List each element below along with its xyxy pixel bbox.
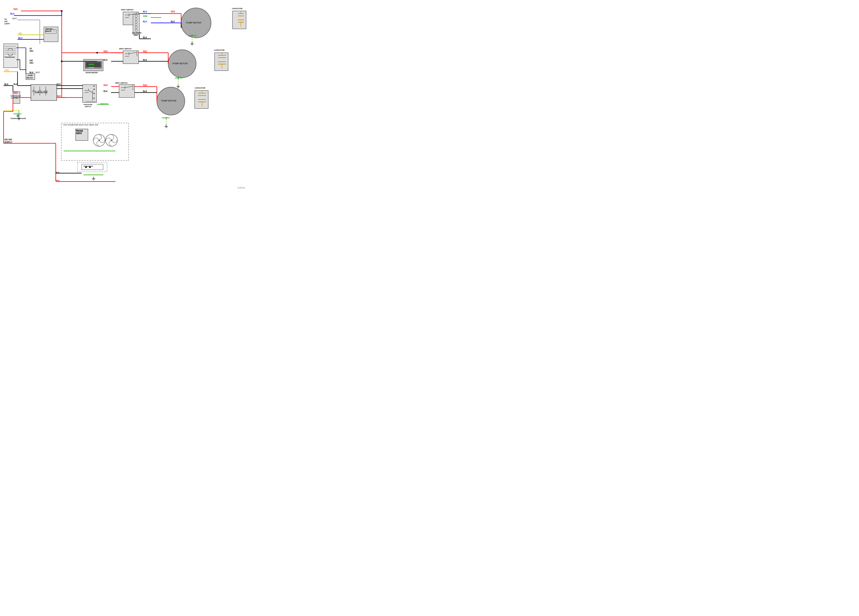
- wiring-diagram: [0, 0, 255, 191]
